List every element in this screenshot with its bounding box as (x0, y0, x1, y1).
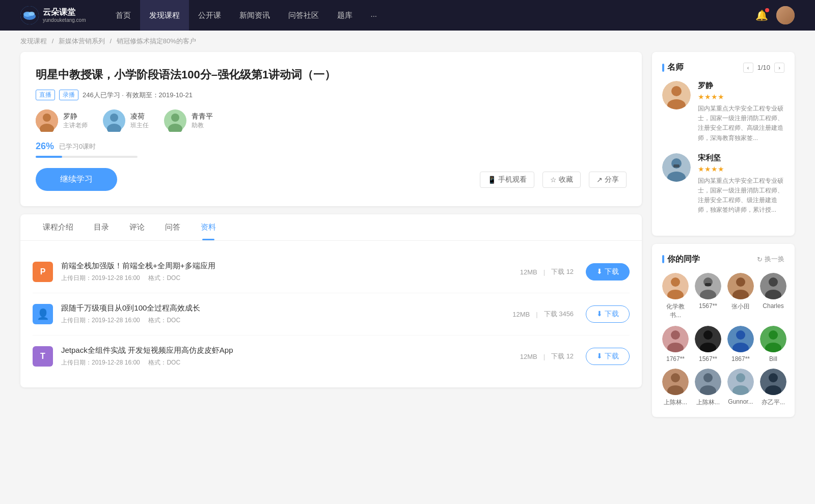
mobile-label: 手机观看 (498, 175, 527, 184)
download-button-1[interactable]: ⬇ 下载 (586, 305, 630, 323)
file-sep-1: | (536, 311, 537, 318)
svg-point-8 (110, 114, 118, 122)
classmate-avatar-7 (760, 326, 786, 352)
classmate-avatar-10 (727, 369, 754, 395)
next-page-btn[interactable]: › (774, 63, 784, 73)
classmate-10: Gunnor... (727, 369, 754, 407)
nav-item-more[interactable]: ··· (362, 0, 387, 31)
classmate-name-1: 1567** (699, 302, 717, 310)
breadcrumb-course[interactable]: 销冠修炼术搞定80%的客户 (117, 37, 196, 45)
share-button[interactable]: ↗ 分享 (589, 172, 627, 188)
refresh-classmates-button[interactable]: ↻ 换一换 (757, 255, 784, 264)
classmate-avatar-2 (727, 273, 754, 299)
share-icon: ↗ (596, 176, 603, 184)
instructor-name-1: 凌荷 (130, 112, 149, 121)
tab-material[interactable]: 资料 (191, 214, 226, 240)
classmate-name-2: 张小田 (731, 302, 750, 311)
course-title: 明星中教授课，小学阶段语法100分–强化级第1讲动词（一） (36, 67, 627, 82)
classmate-4: 1767** (662, 326, 689, 362)
breadcrumb-sep2: / (110, 37, 113, 45)
file-sep-0: | (544, 268, 545, 276)
navbar: 云朵课堂 yundouketang.com 首页 发现课程 公开课 新闻资讯 问… (0, 0, 815, 31)
classmate-avatar-0 (662, 273, 689, 299)
file-downloads-1: 下载 3456 (544, 310, 574, 319)
svg-point-46 (671, 373, 680, 382)
nav-item-news[interactable]: 新闻资讯 (230, 0, 279, 31)
progress-bar-fill (36, 156, 62, 158)
bell-icon[interactable]: 🔔 (755, 9, 768, 21)
refresh-label: 换一换 (765, 255, 784, 264)
classmate-name-5: 1567** (699, 355, 717, 362)
prev-page-btn[interactable]: ‹ (743, 63, 753, 73)
tabs-card: 课程介绍 目录 评论 问答 资料 P 前端全栈加强版！前端全栈+全周期+多端应用… (20, 214, 642, 387)
classmates-title: 你的同学 (662, 254, 700, 265)
download-button-0[interactable]: ⬇ 下载 (586, 263, 630, 281)
file-size-2: 12MB (520, 353, 537, 360)
nav-right: 🔔 (755, 6, 795, 24)
refresh-icon: ↻ (757, 256, 763, 263)
instructor-info-1: 凌荷 班主任 (130, 112, 149, 130)
tab-qa[interactable]: 问答 (155, 214, 191, 240)
nav-item-discover[interactable]: 发现课程 (140, 0, 189, 31)
classmate-name-6: 1867** (731, 355, 750, 362)
nav-item-quiz[interactable]: 题库 (328, 0, 362, 31)
teacher-desc-1: 国内某重点大学安全工程专业硕士，国家一级注册消防工程师、注册安全工程师、级注册建… (698, 176, 784, 215)
collect-button[interactable]: ☆ 收藏 (542, 172, 581, 188)
tab-catalog[interactable]: 目录 (84, 214, 119, 240)
nav-item-qa[interactable]: 问答社区 (279, 0, 328, 31)
teachers-title: 名师 (662, 62, 684, 73)
breadcrumb-discover[interactable]: 发现课程 (20, 37, 47, 45)
course-tags: 直播 录播 246人已学习 · 有效期至：2019-10-21 (36, 90, 627, 100)
classmate-name-11: 亦乙平... (762, 398, 785, 407)
tab-intro[interactable]: 课程介绍 (33, 214, 84, 240)
file-downloads-2: 下载 12 (551, 352, 574, 361)
classmate-name-9: 上陈林... (696, 398, 720, 407)
classmate-0: 化学教书... (662, 273, 689, 320)
classmate-5: 1567** (695, 326, 721, 362)
svg-point-28 (736, 277, 745, 287)
instructor-avatar-1 (103, 109, 125, 132)
classmate-1: 1567** (695, 273, 721, 320)
teacher-info-1: 宋利坚 ★★★★ 国内某重点大学安全工程专业硕士，国家一级注册消防工程师、注册安… (698, 153, 784, 215)
file-meta-2: 上传日期：2019-12-28 16:00 格式：DOC (61, 358, 508, 367)
file-stats-2: 12MB | 下载 12 (520, 352, 574, 361)
svg-point-11 (171, 114, 179, 122)
mobile-view-button[interactable]: 📱 手机观看 (480, 172, 534, 188)
file-item-0: P 前端全栈加强版！前端全栈+全周期+多端应用 上传日期：2019-12-28 … (33, 251, 630, 293)
download-button-2[interactable]: ⬇ 下载 (586, 348, 630, 365)
teacher-info-0: 罗静 ★★★★ 国内某重点大学安全工程专业硕士，国家一级注册消防工程师、注册安全… (698, 81, 784, 143)
instructor-info-2: 青青平 助教 (192, 112, 213, 130)
nav-item-public[interactable]: 公开课 (189, 0, 230, 31)
file-downloads-0: 下载 12 (551, 267, 574, 276)
instructor-0: 罗静 主讲老师 (36, 109, 88, 132)
svg-point-40 (736, 330, 745, 340)
file-icon-1: 👤 (33, 304, 53, 324)
file-item-2: T Jetpack全组件实战 开发短视频应用高仿皮皮虾App 上传日期：2019… (33, 335, 630, 377)
logo-icon (20, 6, 39, 24)
classmate-7: Bill (760, 326, 786, 362)
breadcrumb-series[interactable]: 新媒体营销系列 (59, 37, 105, 45)
file-icon-2: T (33, 346, 53, 367)
teachers-card-header: 名师 ‹ 1/10 › (662, 62, 784, 73)
file-stats-1: 12MB | 下载 3456 (512, 310, 574, 319)
classmate-11: 亦乙平... (760, 369, 786, 407)
file-info-1: 跟随千万级项目从0到100全过程高效成长 上传日期：2019-12-28 16:… (61, 303, 500, 325)
classmate-avatar-3 (760, 273, 786, 299)
classmate-9: 上陈林... (695, 369, 721, 407)
svg-point-52 (736, 373, 745, 382)
instructor-2: 青青平 助教 (164, 109, 213, 132)
teachers-card: 名师 ‹ 1/10 › 罗静 ★★★★ 国内某重点大学安全工程专业硕士，国家一级… (652, 52, 795, 236)
page-info: 1/10 (757, 64, 770, 71)
svg-point-34 (671, 330, 680, 340)
classmates-header: 你的同学 ↻ 换一换 (662, 254, 784, 265)
svg-point-14 (671, 86, 682, 96)
continue-button[interactable]: 继续学习 (36, 168, 117, 191)
tag-recorded: 录播 (59, 90, 78, 100)
instructor-avatar-0 (36, 109, 58, 132)
user-avatar[interactable] (776, 6, 795, 24)
tab-review[interactable]: 评论 (119, 214, 155, 240)
logo[interactable]: 云朵课堂 yundouketang.com (20, 6, 86, 24)
nav-item-home[interactable]: 首页 (106, 0, 140, 31)
course-card: 明星中教授课，小学阶段语法100分–强化级第1讲动词（一） 直播 录播 246人… (20, 52, 642, 206)
instructor-avatar-2 (164, 109, 186, 132)
